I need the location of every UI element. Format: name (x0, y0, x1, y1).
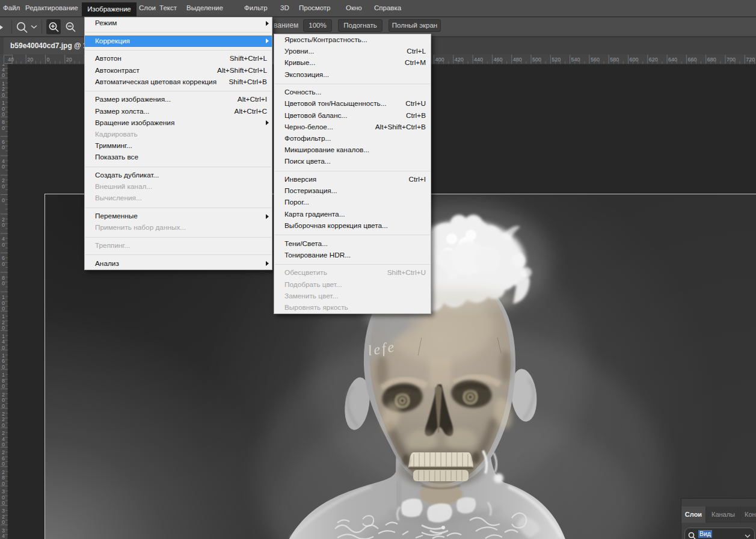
svg-text:1: 1 (2, 333, 5, 339)
svg-text:20: 20 (27, 57, 33, 63)
svg-text:0: 0 (2, 144, 5, 150)
svg-text:2: 2 (2, 177, 5, 183)
svg-text:560: 560 (591, 57, 600, 63)
svg-text:440: 440 (474, 57, 483, 63)
svg-text:1: 1 (2, 372, 5, 378)
svg-text:3: 3 (2, 508, 5, 514)
svg-text:460: 460 (493, 57, 502, 63)
svg-text:520: 520 (552, 57, 561, 63)
svg-text:400: 400 (435, 57, 444, 63)
svg-text:2: 2 (2, 514, 5, 520)
svg-text:0: 0 (2, 519, 5, 525)
svg-text:0: 0 (2, 383, 5, 389)
svg-text:420: 420 (455, 57, 464, 63)
svg-text:600: 600 (630, 57, 639, 63)
svg-text:6: 6 (2, 358, 5, 364)
svg-text:6: 6 (2, 455, 5, 461)
svg-text:6: 6 (2, 255, 5, 261)
svg-text:2: 2 (2, 449, 5, 455)
svg-text:4: 4 (2, 339, 5, 345)
svg-text:680: 680 (707, 57, 716, 63)
svg-text:2: 2 (2, 430, 5, 436)
svg-text:0: 0 (2, 197, 5, 203)
svg-text:3: 3 (2, 488, 5, 494)
svg-text:0: 0 (2, 500, 5, 506)
svg-text:0: 0 (2, 422, 5, 428)
svg-text:620: 620 (649, 57, 658, 63)
svg-text:1: 1 (2, 294, 5, 300)
svg-text:0: 0 (47, 57, 50, 63)
svg-text:6: 6 (2, 139, 5, 145)
svg-text:0: 0 (2, 242, 5, 248)
svg-text:4: 4 (2, 236, 5, 242)
svg-text:480: 480 (513, 57, 522, 63)
svg-text:0: 0 (2, 106, 5, 112)
svg-text:0: 0 (2, 481, 5, 487)
svg-text:4: 4 (2, 67, 5, 73)
svg-text:0: 0 (2, 280, 5, 286)
svg-text:4: 4 (2, 436, 5, 442)
svg-text:720: 720 (746, 57, 755, 63)
svg-text:1: 1 (2, 81, 5, 87)
svg-text:2: 2 (2, 86, 5, 92)
svg-text:0: 0 (2, 300, 5, 306)
svg-text:1: 1 (2, 353, 5, 359)
svg-text:0: 0 (2, 164, 5, 170)
svg-text:2: 2 (2, 469, 5, 475)
svg-text:2: 2 (2, 319, 5, 325)
svg-text:0: 0 (2, 125, 5, 131)
svg-text:540: 540 (571, 57, 580, 63)
svg-text:640: 640 (668, 57, 677, 63)
svg-text:0: 0 (2, 92, 5, 98)
svg-text:660: 660 (687, 57, 696, 63)
svg-text:0: 0 (2, 306, 5, 312)
svg-text:8: 8 (2, 475, 5, 481)
svg-text:700: 700 (727, 57, 736, 63)
svg-text:0: 0 (2, 345, 5, 351)
svg-text:0: 0 (2, 403, 5, 409)
svg-text:0: 0 (2, 72, 5, 78)
svg-text:4: 4 (2, 533, 5, 539)
svg-text:0: 0 (2, 222, 5, 228)
svg-text:3: 3 (2, 528, 5, 534)
svg-text:0: 0 (2, 494, 5, 500)
svg-text:0: 0 (2, 397, 5, 403)
svg-text:8: 8 (2, 275, 5, 281)
svg-text:1: 1 (2, 100, 5, 106)
svg-text:20: 20 (66, 57, 72, 63)
svg-text:2: 2 (2, 411, 5, 417)
svg-text:1: 1 (2, 313, 5, 319)
svg-text:500: 500 (532, 57, 541, 63)
svg-text:0: 0 (2, 364, 5, 370)
svg-text:0: 0 (2, 183, 5, 189)
svg-text:0: 0 (2, 111, 5, 117)
svg-text:8: 8 (2, 119, 5, 125)
svg-text:2: 2 (2, 416, 5, 422)
svg-text:580: 580 (610, 57, 619, 63)
svg-text:0: 0 (2, 261, 5, 267)
svg-text:2: 2 (2, 392, 5, 398)
svg-text:8: 8 (2, 378, 5, 384)
svg-text:4: 4 (2, 158, 5, 164)
svg-text:0: 0 (2, 325, 5, 331)
svg-text:2: 2 (2, 217, 5, 223)
svg-text:0: 0 (2, 442, 5, 448)
svg-text:0: 0 (2, 461, 5, 467)
